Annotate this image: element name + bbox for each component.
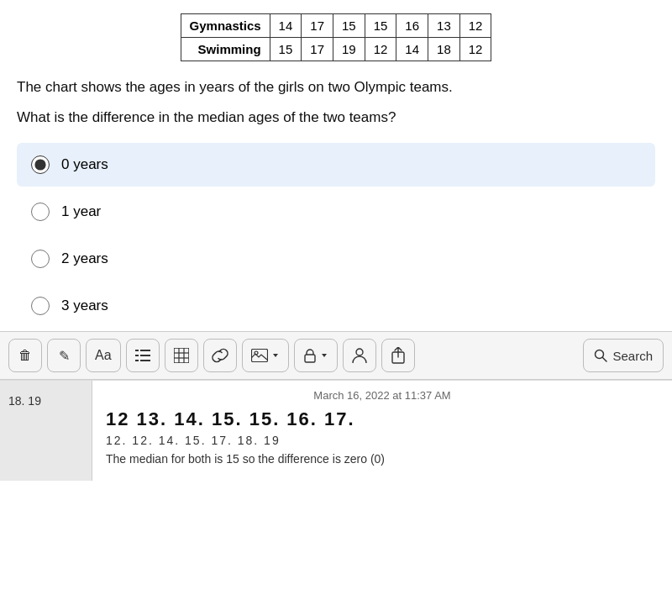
svg-point-14	[356, 349, 363, 355]
main-content: Gymnastics14171515161312Swimming15171912…	[0, 0, 672, 328]
table-button[interactable]	[165, 339, 198, 372]
search-button[interactable]: Search	[583, 339, 664, 372]
option-label: 1 year	[61, 203, 101, 220]
edit-button[interactable]: ✎	[47, 339, 81, 372]
radio-0[interactable]	[31, 155, 50, 174]
table-cell: 18	[428, 38, 460, 61]
answer-option[interactable]: 0 years	[17, 143, 655, 187]
table-cell: 17	[302, 14, 333, 38]
table-cell: 12	[365, 38, 396, 61]
side-label: 18. 19	[0, 381, 92, 481]
svg-rect-5	[140, 360, 150, 361]
option-label: 0 years	[61, 156, 108, 173]
table-cell: 15	[333, 14, 365, 38]
data-table: Gymnastics14171515161312Swimming15171912…	[181, 13, 492, 61]
question-line2: What is the difference in the median age…	[17, 107, 655, 129]
font-button[interactable]: Aa	[86, 339, 121, 372]
link-button[interactable]	[203, 339, 237, 372]
radio-3[interactable]	[31, 297, 50, 315]
toolbar: 🗑 ✎ Aa	[0, 331, 672, 380]
answer-option[interactable]: 2 years	[17, 237, 655, 281]
table-cell: 15	[270, 38, 302, 61]
answer-option[interactable]: 3 years	[17, 284, 655, 328]
large-numbers: 12 13. 14. 15. 15. 16. 17.	[106, 408, 659, 430]
small-numbers: 12. 12. 14. 15. 17. 18. 19	[106, 434, 659, 447]
radio-1[interactable]	[31, 203, 50, 221]
image-button[interactable]	[242, 339, 289, 372]
search-icon	[594, 349, 607, 362]
bottom-panel: 18. 19 March 16, 2022 at 11:37 AM 12 13.…	[0, 380, 672, 481]
table-cell: 12	[459, 38, 491, 61]
table-cell: 12	[459, 14, 491, 38]
option-label: 2 years	[61, 250, 108, 267]
answer-content: March 16, 2022 at 11:37 AM 12 13. 14. 15…	[92, 381, 672, 481]
table-cell: 16	[396, 14, 428, 38]
person-button[interactable]	[343, 339, 376, 372]
table-row-label: Gymnastics	[181, 14, 270, 38]
table-cell: 15	[365, 14, 396, 38]
answer-option[interactable]: 1 year	[17, 190, 655, 234]
explanation: The median for both is 15 so the differe…	[106, 452, 659, 466]
radio-2[interactable]	[31, 250, 50, 268]
question-line1: The chart shows the ages in years of the…	[17, 76, 655, 98]
table-cell: 17	[302, 38, 333, 61]
svg-rect-2	[135, 355, 139, 356]
table-cell: 19	[333, 38, 365, 61]
table-cell: 13	[428, 14, 460, 38]
table-cell: 14	[396, 38, 428, 61]
answer-options: 0 years1 year2 years3 years	[17, 143, 655, 328]
svg-rect-3	[140, 355, 150, 356]
share-button[interactable]	[381, 339, 415, 372]
lock-button[interactable]	[294, 339, 338, 372]
svg-rect-13	[305, 355, 315, 362]
search-label: Search	[612, 349, 653, 363]
list-button[interactable]	[126, 339, 160, 372]
table-row-label: Swimming	[181, 38, 270, 61]
svg-rect-0	[135, 350, 139, 351]
svg-rect-6	[174, 348, 189, 363]
timestamp: March 16, 2022 at 11:37 AM	[106, 389, 659, 402]
svg-rect-1	[140, 350, 150, 351]
option-label: 3 years	[61, 297, 108, 314]
svg-rect-4	[135, 360, 139, 361]
trash-button[interactable]: 🗑	[8, 339, 42, 372]
table-cell: 14	[270, 14, 302, 38]
